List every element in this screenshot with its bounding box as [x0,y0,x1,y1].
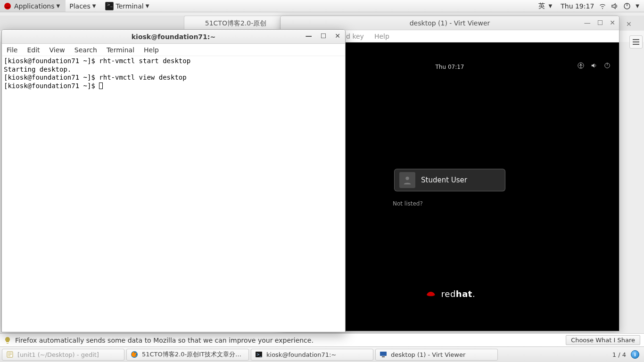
workspace-switcher-icon[interactable]: i [631,350,639,359]
gedit-icon [6,351,14,358]
window-controls: — ☐ ✕ [584,19,615,26]
task-virtviewer[interactable]: desktop (1) - Virt Viewer [375,349,498,361]
firefox-notification-bar: Firefox automatically sends some data to… [0,333,644,346]
accessibility-icon[interactable] [578,62,584,69]
places-menu[interactable]: Places ▼ [66,0,101,12]
term-menu-search[interactable]: Search [74,46,97,54]
term-line: [kiosk@foundation71 ~]$ rht-vmctl start … [4,57,190,65]
places-label: Places [69,2,91,10]
terminal-window: kiosk@foundation71:~ — ☐ ✕ File Edit Vie… [1,29,346,332]
system-tray: 英 ▼ Thu 19:17 ▼ [537,0,644,12]
power-icon[interactable] [604,62,611,69]
not-listed-link[interactable]: Not listed? [393,200,423,207]
terminal-icon [105,2,114,10]
redhat-brand-text: redhat. [441,289,475,299]
redhat-logo: redhat. [424,288,475,299]
chevron-down-icon: ▼ [92,3,96,8]
terminal-cursor [99,82,103,89]
redhat-icon [424,288,438,299]
chevron-down-icon[interactable]: ▼ [636,3,639,8]
panel-left-group: Applications ▼ Places ▼ Terminal ▼ [0,0,153,12]
svg-rect-14 [382,356,385,357]
wifi-icon[interactable] [599,2,606,10]
window-controls: — ☐ ✕ [305,32,340,40]
term-menu-file[interactable]: File [7,46,17,54]
applications-menu[interactable]: Applications ▼ [0,0,66,12]
terminal-titlebar[interactable]: kiosk@foundation71:~ — ☐ ✕ [2,30,345,44]
applications-label: Applications [14,2,55,10]
terminal-menubar: File Edit View Search Terminal Help [2,44,345,56]
volume-icon[interactable] [591,62,597,69]
terminal-launcher[interactable]: Terminal ▼ [101,0,153,12]
maximize-button[interactable]: ☐ [597,19,603,26]
vm-system-tray [578,62,611,69]
minimize-button[interactable]: — [305,32,312,40]
login-user-tile[interactable]: Student User [394,169,505,191]
clock-label[interactable]: Thu 19:17 [561,2,594,10]
svg-text:>_: >_ [256,353,262,357]
terminal-output[interactable]: [kiosk@foundation71 ~]$ rht-vmctl start … [2,56,345,332]
gnome-top-panel: Applications ▼ Places ▼ Terminal ▼ 英 ▼ T… [0,0,644,12]
terminal-window-title: kiosk@foundation71:~ [132,33,215,41]
close-button[interactable]: ✕ [610,19,615,26]
task-label: kiosk@foundation71:~ [266,351,336,358]
maximize-button[interactable]: ☐ [321,32,327,40]
svg-rect-13 [380,352,387,356]
term-menu-view[interactable]: View [50,46,65,54]
term-line: Starting desktop. [4,66,71,73]
svg-point-7 [405,177,409,180]
term-menu-edit[interactable]: Edit [27,46,40,54]
task-label: 51CTO博客2.0-原创IT技术文章分… [142,350,241,359]
lightbulb-icon [4,337,11,344]
browser-tab-title: 51CTO博客2.0-原创 [205,19,266,28]
task-firefox[interactable]: 51CTO博客2.0-原创IT技术文章分… [126,349,249,361]
term-menu-terminal[interactable]: Terminal [107,46,134,54]
minimize-button[interactable]: — [584,19,591,26]
svg-point-4 [580,64,582,65]
login-username: Student User [421,176,467,184]
virt-window-title: desktop (1) - Virt Viewer [410,19,490,27]
volume-icon[interactable] [611,2,619,10]
avatar-icon [399,172,415,188]
chevron-down-icon: ▼ [549,3,553,8]
close-button[interactable]: ✕ [335,32,340,40]
term-menu-help[interactable]: Help [144,46,159,54]
power-icon[interactable] [623,2,631,10]
task-terminal[interactable]: >_ kiosk@foundation71:~ [251,349,373,361]
bottom-taskbar: [unit1 (~/Desktop) - gedit] 51CTO博客2.0-原… [0,346,644,362]
term-line: [kiosk@foundation71 ~]$ [4,82,99,90]
term-line: [kiosk@foundation71 ~]$ rht-vmctl view d… [4,74,187,81]
notification-text: Firefox automatically sends some data to… [15,337,314,344]
close-icon[interactable]: ✕ [626,20,632,26]
virt-menu-help[interactable]: Help [374,33,389,40]
task-label: [unit1 (~/Desktop) - gedit] [17,351,99,358]
redhat-icon [4,2,11,10]
terminal-icon: >_ [255,351,263,358]
monitor-icon [380,351,387,358]
firefox-icon [131,351,138,358]
ime-label: 英 [538,2,545,10]
chevron-down-icon: ▼ [146,3,149,8]
virt-titlebar[interactable]: desktop (1) - Virt Viewer — ☐ ✕ [281,16,619,30]
choose-share-button[interactable]: Choose What I Share [566,335,640,345]
workspace-indicator[interactable]: 1 / 4 [608,351,631,358]
hamburger-menu-button[interactable] [629,35,643,49]
task-label: desktop (1) - Virt Viewer [391,351,465,358]
terminal-label: Terminal [116,2,143,10]
ime-indicator[interactable]: 英 ▼ [537,0,556,12]
task-gedit[interactable]: [unit1 (~/Desktop) - gedit] [2,349,124,361]
vm-clock-label: Thu 07:17 [436,64,464,70]
chevron-down-icon: ▼ [57,3,60,8]
svg-point-0 [4,3,11,9]
browser-tab[interactable]: 51CTO博客2.0-原创 [184,16,288,31]
